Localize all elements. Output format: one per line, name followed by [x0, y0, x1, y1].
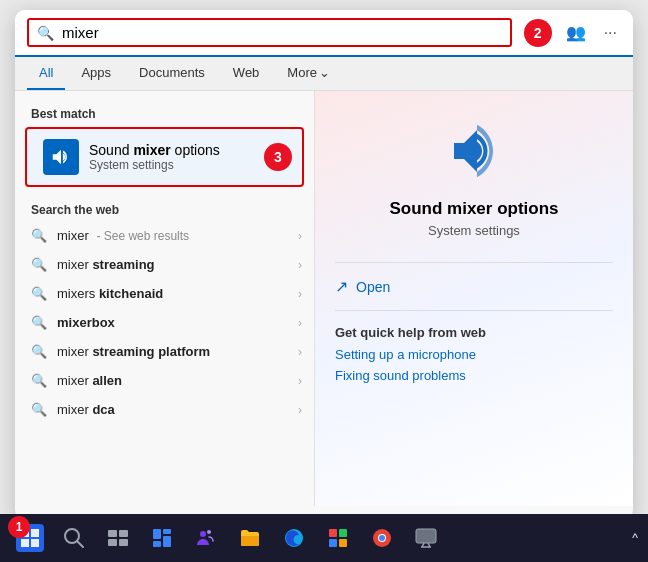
search-result-text-1: mixer - See web results	[57, 228, 298, 243]
search-input[interactable]	[62, 24, 502, 41]
svg-rect-13	[241, 536, 259, 546]
svg-rect-17	[329, 539, 337, 547]
tab-apps[interactable]: Apps	[69, 57, 123, 90]
search-result-text-7: mixer dca	[57, 402, 298, 417]
svg-rect-6	[119, 539, 128, 546]
best-match-label: Best match	[15, 103, 314, 127]
search-result-icon-2: 🔍	[31, 257, 47, 272]
svg-line-2	[77, 541, 83, 547]
svg-rect-3	[108, 530, 117, 537]
right-panel-divider-1	[335, 262, 613, 263]
svg-rect-15	[329, 529, 337, 537]
best-match-text: Sound mixer options System settings	[89, 142, 286, 172]
svg-point-12	[207, 530, 211, 534]
search-panel: 🔍 2 👥 ··· All Apps Documents Web More ⌄ …	[15, 10, 633, 520]
svg-rect-4	[119, 530, 128, 537]
svg-point-22	[379, 535, 385, 541]
search-result-mixer-streaming-platform[interactable]: 🔍 mixer streaming platform ›	[15, 337, 314, 366]
search-result-mixers-kitchenaid[interactable]: 🔍 mixers kitchenaid ›	[15, 279, 314, 308]
search-result-icon-7: 🔍	[31, 402, 47, 417]
right-help-title: Get quick help from web	[335, 325, 613, 340]
svg-rect-16	[339, 529, 347, 537]
search-result-mixer-web[interactable]: 🔍 mixer - See web results ›	[15, 221, 314, 250]
search-web-label: Search the web	[15, 195, 314, 221]
content-area: Best match Sound mixer options System se…	[15, 91, 633, 506]
taskbar-search[interactable]	[54, 518, 94, 558]
tab-all[interactable]: All	[27, 57, 65, 90]
people-icon-button[interactable]: 👥	[562, 21, 590, 44]
svg-rect-5	[108, 539, 117, 546]
svg-rect-8	[163, 529, 171, 534]
tab-more[interactable]: More ⌄	[275, 57, 342, 90]
search-result-icon-3: 🔍	[31, 286, 47, 301]
search-result-icon-4: 🔍	[31, 315, 47, 330]
taskbar-remote[interactable]	[406, 518, 446, 558]
left-panel: Best match Sound mixer options System se…	[15, 91, 315, 506]
search-result-text-4: mixerbox	[57, 315, 298, 330]
right-help-item-2[interactable]: Fixing sound problems	[335, 365, 613, 386]
chevron-right-icon-2: ›	[298, 258, 302, 272]
search-result-mixer-allen[interactable]: 🔍 mixer allen ›	[15, 366, 314, 395]
taskbar-windows-start[interactable]: 1	[10, 518, 50, 558]
svg-rect-9	[153, 541, 161, 547]
search-bar: 🔍 2 👥 ···	[15, 10, 633, 57]
taskbar-teams[interactable]	[186, 518, 226, 558]
taskbar-file-explorer[interactable]	[230, 518, 270, 558]
chevron-right-icon-5: ›	[298, 345, 302, 359]
right-help-item-1[interactable]: Setting up a microphone	[335, 344, 613, 365]
right-panel-icon	[444, 121, 504, 185]
taskbar-widgets[interactable]	[142, 518, 182, 558]
taskbar: 1	[0, 514, 648, 562]
right-panel-title: Sound mixer options	[389, 199, 558, 219]
best-match-item[interactable]: Sound mixer options System settings 3	[25, 127, 304, 187]
step-badge-2: 2	[524, 19, 552, 47]
chevron-right-icon-6: ›	[298, 374, 302, 388]
taskbar-edge[interactable]	[274, 518, 314, 558]
svg-rect-10	[163, 536, 171, 547]
taskbar-task-view[interactable]	[98, 518, 138, 558]
search-input-wrapper[interactable]: 🔍	[27, 18, 512, 47]
taskbar-right-area: ^	[624, 531, 638, 545]
tab-documents[interactable]: Documents	[127, 57, 217, 90]
sound-mixer-icon	[43, 139, 79, 175]
search-result-text-2: mixer streaming	[57, 257, 298, 272]
chevron-right-icon-7: ›	[298, 403, 302, 417]
right-panel: Sound mixer options System settings ↗ Op…	[315, 91, 633, 506]
step-badge-3: 3	[264, 143, 292, 171]
svg-rect-23	[416, 529, 436, 543]
search-result-text-5: mixer streaming platform	[57, 344, 298, 359]
tab-web[interactable]: Web	[221, 57, 272, 90]
best-match-subtitle: System settings	[89, 158, 286, 172]
svg-point-11	[200, 531, 206, 537]
right-panel-subtitle: System settings	[428, 223, 520, 238]
search-result-text-6: mixer allen	[57, 373, 298, 388]
chevron-down-icon: ⌄	[319, 65, 330, 80]
taskbar-chrome[interactable]	[362, 518, 402, 558]
search-result-mixer-dca[interactable]: 🔍 mixer dca ›	[15, 395, 314, 424]
chevron-right-icon-4: ›	[298, 316, 302, 330]
svg-rect-18	[339, 539, 347, 547]
tabs-bar: All Apps Documents Web More ⌄	[15, 57, 633, 91]
search-result-icon-1: 🔍	[31, 228, 47, 243]
search-result-text-3: mixers kitchenaid	[57, 286, 298, 301]
best-match-title: Sound mixer options	[89, 142, 286, 158]
chevron-right-icon-3: ›	[298, 287, 302, 301]
more-options-button[interactable]: ···	[600, 22, 621, 44]
chevron-right-icon-1: ›	[298, 229, 302, 243]
open-link-icon: ↗	[335, 277, 348, 296]
step-badge-1: 1	[8, 516, 30, 538]
search-result-mixerbox[interactable]: 🔍 mixerbox ›	[15, 308, 314, 337]
right-panel-divider-2	[335, 310, 613, 311]
open-label: Open	[356, 279, 390, 295]
search-bar-icons: 👥 ···	[552, 21, 621, 44]
search-icon: 🔍	[37, 25, 54, 41]
search-result-icon-5: 🔍	[31, 344, 47, 359]
search-result-icon-6: 🔍	[31, 373, 47, 388]
taskbar-chevron-icon[interactable]: ^	[632, 531, 638, 545]
taskbar-windows-store[interactable]	[318, 518, 358, 558]
search-result-mixer-streaming[interactable]: 🔍 mixer streaming ›	[15, 250, 314, 279]
right-panel-open[interactable]: ↗ Open	[335, 269, 613, 304]
svg-rect-7	[153, 529, 161, 539]
